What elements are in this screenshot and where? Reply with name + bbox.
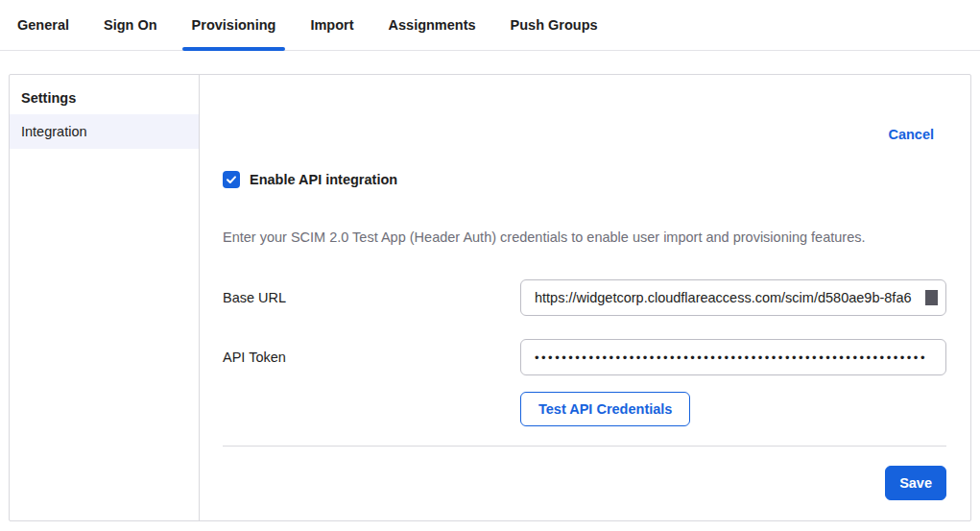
api-token-input[interactable]: ••••••••••••••••••••••••••••••••••••••••… [520,339,946,375]
enable-api-integration-label: Enable API integration [250,172,397,187]
api-token-row: API Token ••••••••••••••••••••••••••••••… [223,339,946,375]
sidebar-item-integration[interactable]: Integration [10,114,199,149]
api-token-label: API Token [223,350,520,365]
enable-api-integration-checkbox[interactable] [223,171,240,188]
footer-divider [223,446,946,447]
tab-provisioning[interactable]: Provisioning [182,0,286,50]
test-api-credentials-button[interactable]: Test API Credentials [520,392,690,426]
tab-assignments[interactable]: Assignments [379,0,486,50]
sidebar-header: Settings [10,81,199,114]
base-url-input[interactable]: https://widgetcorp.cloudflareaccess.com/… [520,279,946,316]
checkmark-icon [226,174,237,185]
provisioning-card: Settings Integration Cancel Enable API i… [9,74,971,521]
tab-general[interactable]: General [8,0,79,50]
cancel-link[interactable]: Cancel [888,127,934,142]
tab-push-groups[interactable]: Push Groups [501,0,608,50]
credentials-description: Enter your SCIM 2.0 Test App (Header Aut… [223,229,946,245]
settings-sidebar: Settings Integration [10,75,200,520]
tab-sign-on[interactable]: Sign On [94,0,167,50]
enable-api-integration-row: Enable API integration [223,171,946,188]
text-selection-block [925,290,938,305]
integration-settings-panel: Cancel Enable API integration Enter your… [200,75,970,520]
tab-import[interactable]: Import [300,0,363,50]
api-token-masked-value: ••••••••••••••••••••••••••••••••••••••••… [535,350,938,365]
base-url-label: Base URL [223,290,520,305]
save-button[interactable]: Save [885,466,946,500]
base-url-row: Base URL https://widgetcorp.cloudflareac… [223,279,946,316]
app-tabs: General Sign On Provisioning Import Assi… [0,0,980,51]
base-url-value: https://widgetcorp.cloudflareaccess.com/… [535,290,924,305]
